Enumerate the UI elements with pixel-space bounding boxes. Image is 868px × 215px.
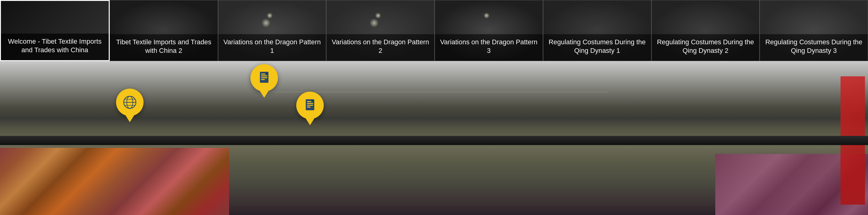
nav-item-dragon-2[interactable]: Variations on the Dragon Pattern 2 xyxy=(326,0,435,61)
hotspot-doc1-circle[interactable] xyxy=(250,64,278,92)
nav-label-dragon-2: Variations on the Dragon Pattern 2 xyxy=(327,34,434,61)
hotspot-globe-pin xyxy=(126,116,134,122)
svg-rect-6 xyxy=(261,73,266,74)
hotspot-globe[interactable] xyxy=(116,89,144,122)
nav-label-dragon-1: Variations on the Dragon Pattern 1 xyxy=(218,34,326,61)
nav-item-welcome[interactable]: Welcome - Tibet Textile Imports and Trad… xyxy=(0,0,110,61)
nav-label-welcome: Welcome - Tibet Textile Imports and Trad… xyxy=(1,34,109,60)
hotspot-doc2-pin xyxy=(306,119,314,125)
document-icon-2 xyxy=(303,98,317,113)
hotspot-doc2-circle[interactable] xyxy=(296,92,324,119)
document-icon-1 xyxy=(257,70,272,85)
fabric-overlay xyxy=(0,145,868,215)
nav-label-tibet-2: Tibet Textile Imports and Trades with Ch… xyxy=(110,34,218,61)
hotspot-globe-circle[interactable] xyxy=(116,89,144,116)
svg-rect-9 xyxy=(261,79,265,80)
nav-label-qing-3: Regulating Costumes During the Qing Dyna… xyxy=(760,34,868,61)
hotspot-doc1[interactable] xyxy=(250,64,278,98)
nav-bar: Welcome - Tibet Textile Imports and Trad… xyxy=(0,0,868,61)
svg-rect-7 xyxy=(261,75,267,76)
hotspot-doc2[interactable] xyxy=(296,92,324,125)
nav-item-dragon-3[interactable]: Variations on the Dragon Pattern 3 xyxy=(435,0,543,61)
nav-item-dragon-1[interactable]: Variations on the Dragon Pattern 1 xyxy=(218,0,327,61)
shelf-bar xyxy=(0,136,868,145)
nav-label-dragon-3: Variations on the Dragon Pattern 3 xyxy=(435,34,543,61)
svg-rect-14 xyxy=(307,105,313,106)
hotspot-doc1-pin xyxy=(260,91,269,98)
nav-item-tibet-2[interactable]: Tibet Textile Imports and Trades with Ch… xyxy=(110,0,218,61)
nav-label-qing-2: Regulating Costumes During the Qing Dyna… xyxy=(652,34,760,61)
nav-item-qing-3[interactable]: Regulating Costumes During the Qing Dyna… xyxy=(760,0,868,61)
nav-item-qing-2[interactable]: Regulating Costumes During the Qing Dyna… xyxy=(651,0,760,61)
svg-rect-13 xyxy=(307,103,313,104)
fabric-left xyxy=(0,148,229,215)
globe-icon xyxy=(122,95,137,110)
nav-item-qing-1[interactable]: Regulating Costumes During the Qing Dyna… xyxy=(543,0,651,61)
svg-rect-15 xyxy=(307,106,311,108)
nav-label-qing-1: Regulating Costumes During the Qing Dyna… xyxy=(543,34,651,61)
svg-rect-8 xyxy=(261,77,267,78)
svg-rect-12 xyxy=(307,101,311,102)
